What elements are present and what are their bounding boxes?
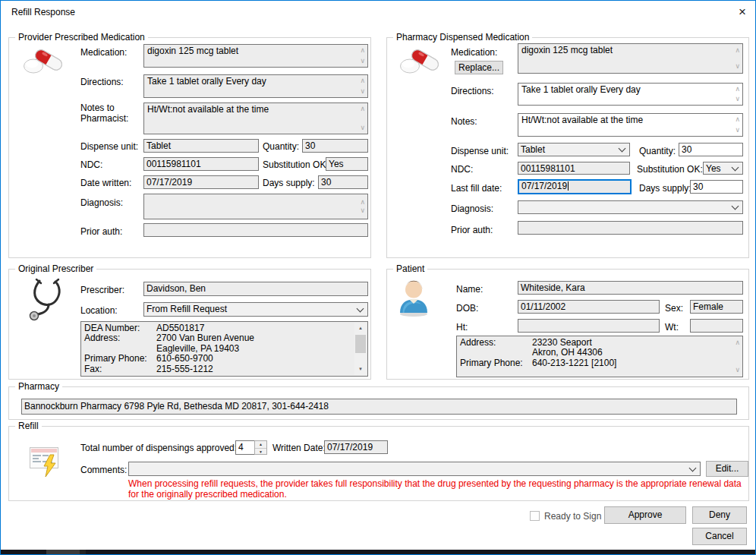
notes-label: Notes: bbox=[451, 116, 477, 127]
prescriber-details-box: DEA Number:AD5501817 Address:2700 Van Bu… bbox=[80, 321, 368, 377]
provider-diagnosis-field: ∧ ∨ bbox=[143, 194, 368, 219]
ht-label: Ht: bbox=[456, 322, 468, 333]
detail-row: Address:2700 Van Buren Avenue bbox=[84, 333, 352, 343]
prior-auth-label: Prior auth: bbox=[451, 225, 493, 235]
deny-button[interactable]: Deny bbox=[692, 506, 747, 524]
taskbar-strip bbox=[1, 550, 756, 555]
edit-button[interactable]: Edit... bbox=[706, 461, 748, 477]
provider-quantity-field: 30 bbox=[302, 139, 368, 153]
dispensed-last-fill-date-input[interactable]: 07/17/2019 bbox=[518, 179, 632, 194]
close-button[interactable]: × bbox=[731, 3, 754, 21]
dispensed-medication-field: digoxin 125 mcg tablet ∧ ∨ bbox=[518, 43, 743, 74]
diagnosis-label: Diagnosis: bbox=[80, 197, 123, 208]
dispensed-diagnosis-select[interactable] bbox=[518, 200, 743, 214]
detail-row: DEA Number:AD5501817 bbox=[84, 323, 352, 333]
ndc-label: NDC: bbox=[451, 164, 473, 175]
dispense-unit-label: Dispense unit: bbox=[80, 141, 138, 152]
scroll-down-icon[interactable]: ∨ bbox=[735, 96, 740, 102]
dispensed-days-supply-input[interactable]: 30 bbox=[690, 180, 743, 194]
group-title: Refill bbox=[15, 421, 42, 432]
sex-label: Sex: bbox=[665, 303, 683, 314]
window-title: Refill Response bbox=[11, 7, 75, 17]
scroll-up-icon[interactable]: ▲ bbox=[354, 323, 367, 334]
dob-label: DOB: bbox=[456, 303, 478, 314]
patient-ht-field bbox=[518, 319, 660, 333]
patient-sex-field: Female bbox=[690, 300, 743, 314]
group-title: Patient bbox=[393, 263, 427, 275]
prior-auth-label: Prior auth: bbox=[80, 226, 122, 237]
provider-date-written-field: 07/17/2019 bbox=[143, 175, 259, 189]
scroll-up-icon[interactable]: ∧ bbox=[735, 339, 740, 346]
scrollbar[interactable]: ▲ ▼ bbox=[354, 323, 367, 375]
written-date-field: 07/17/2019 bbox=[324, 440, 388, 454]
chevron-down-icon bbox=[732, 163, 739, 171]
scroll-down-icon[interactable]: ∨ bbox=[735, 127, 740, 134]
dispensed-quantity-input[interactable]: 30 bbox=[679, 143, 743, 156]
stepper-down-icon[interactable]: ▼ bbox=[255, 449, 266, 456]
stepper-up-icon[interactable]: ▲ bbox=[255, 441, 266, 449]
comments-label: Comments: bbox=[80, 465, 127, 475]
pills-icon bbox=[398, 43, 443, 77]
days-supply-label: Days supply: bbox=[263, 178, 315, 188]
patient-dob-field: 01/11/2002 bbox=[518, 300, 660, 314]
dispensed-substitution-select[interactable]: Yes bbox=[703, 162, 743, 175]
person-icon bbox=[395, 276, 433, 317]
scroll-up-icon[interactable]: ∧ bbox=[735, 86, 740, 93]
scroll-down-icon[interactable]: ▼ bbox=[354, 364, 367, 375]
text-caret bbox=[568, 181, 569, 191]
chevron-down-icon bbox=[689, 464, 697, 471]
scroll-up-icon[interactable]: ∧ bbox=[360, 77, 365, 84]
close-icon: × bbox=[739, 5, 746, 19]
name-label: Name: bbox=[456, 284, 483, 295]
last-fill-date-label: Last fill date: bbox=[451, 183, 502, 194]
detail-row: Akron, OH 44306 bbox=[460, 348, 727, 358]
written-date-label: Written Date: bbox=[272, 443, 326, 453]
dispense-unit-label: Dispense unit: bbox=[451, 146, 509, 156]
provider-notes-field: Ht/Wt:not available at the time ∧ ∨ bbox=[143, 102, 368, 134]
detail-row: Primary Phone:640-213-1221 [2100] bbox=[460, 358, 727, 368]
pharmacy-field: Bannockburn Pharmacy 6798 Pyle Rd, Bethe… bbox=[21, 399, 737, 415]
location-select[interactable]: From Refill Request bbox=[143, 302, 368, 317]
date-written-label: Date written: bbox=[80, 178, 131, 188]
chevron-down-icon bbox=[357, 304, 364, 312]
substitution-ok-label: Substitution OK: bbox=[637, 164, 703, 175]
taskbar-segment bbox=[80, 550, 86, 555]
chevron-down-icon bbox=[619, 145, 626, 153]
detail-row: Eagleville, PA 19403 bbox=[84, 344, 352, 354]
ready-to-sign-label: Ready to Sign bbox=[544, 511, 601, 522]
scroll-down-icon[interactable]: ∨ bbox=[360, 88, 365, 95]
patient-wt-field bbox=[690, 319, 743, 333]
scroll-down-icon[interactable]: ∨ bbox=[735, 63, 740, 70]
scroll-down-icon[interactable]: ∨ bbox=[360, 207, 365, 214]
directions-label: Directions: bbox=[80, 77, 124, 87]
dispensed-directions-field[interactable]: Take 1 tablet orally Every day ∧ ∨ bbox=[518, 83, 743, 106]
scroll-down-icon[interactable]: ∨ bbox=[360, 125, 365, 131]
scroll-down-icon[interactable]: ∨ bbox=[360, 58, 365, 65]
approve-button[interactable]: Approve bbox=[604, 506, 686, 524]
scroll-up-icon[interactable]: ∧ bbox=[360, 106, 365, 112]
group-title: Provider Prescribed Medication bbox=[15, 32, 148, 43]
replace-button[interactable]: Replace... bbox=[455, 61, 503, 74]
stepper-buttons[interactable]: ▲ ▼ bbox=[254, 440, 267, 455]
scroll-up-icon[interactable]: ∧ bbox=[735, 116, 740, 123]
scroll-up-icon[interactable]: ∧ bbox=[360, 47, 365, 54]
scroll-down-icon[interactable]: ∨ bbox=[735, 367, 740, 374]
dispensings-approved-stepper[interactable]: 4 bbox=[235, 440, 255, 455]
dispensed-prior-auth-field bbox=[518, 221, 743, 235]
provider-days-supply-field: 30 bbox=[318, 175, 368, 189]
stethoscope-icon bbox=[26, 277, 67, 321]
quantity-label: Quantity: bbox=[263, 141, 299, 152]
scroll-up-icon[interactable]: ∧ bbox=[735, 47, 740, 54]
prescriber-label: Prescriber: bbox=[80, 285, 124, 295]
taskbar-segment bbox=[46, 550, 80, 555]
dispensed-notes-field[interactable]: Ht/Wt:not available at the time ∧ ∨ bbox=[518, 113, 743, 137]
cancel-button[interactable]: Cancel bbox=[692, 528, 747, 545]
dispensed-dispense-unit-select[interactable]: Tablet bbox=[518, 143, 630, 156]
rx-form-icon bbox=[27, 443, 65, 479]
medication-label: Medication: bbox=[451, 47, 497, 58]
scroll-up-icon[interactable]: ∧ bbox=[360, 199, 365, 206]
comments-select[interactable] bbox=[128, 462, 701, 476]
scrollbar-thumb[interactable] bbox=[355, 335, 366, 353]
substitution-ok-label: Substitution OK: bbox=[263, 159, 329, 170]
ready-to-sign-checkbox[interactable] bbox=[530, 511, 540, 521]
